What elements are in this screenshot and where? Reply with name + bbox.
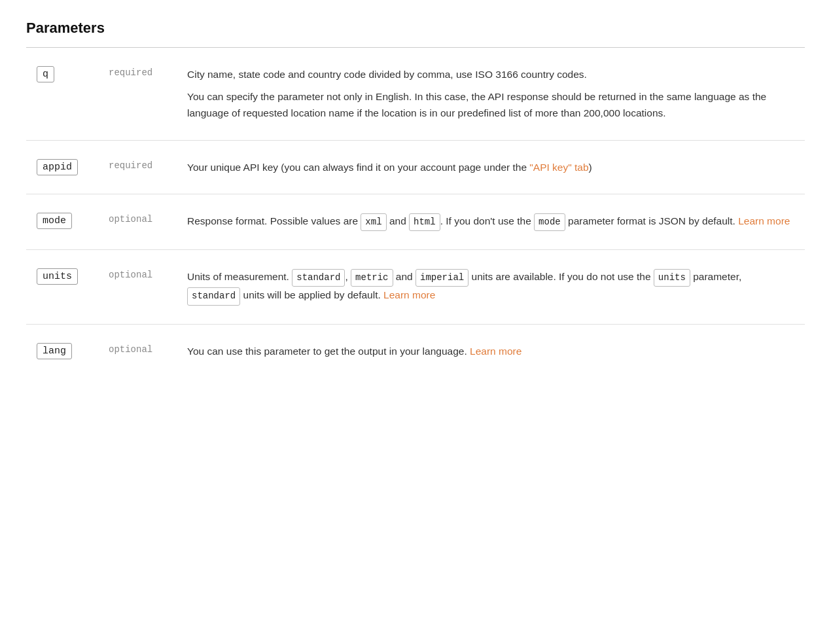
inline-code-mode: mode bbox=[534, 213, 565, 231]
param-row-mode: mode optional Response format. Possible … bbox=[26, 194, 805, 250]
param-name-cell-mode: mode bbox=[26, 194, 98, 250]
param-row-appid: appid required Your unique API key (you … bbox=[26, 140, 805, 194]
param-type-lang: optional bbox=[109, 344, 152, 355]
parameters-table: q required City name, state code and cou… bbox=[26, 48, 805, 378]
inline-code-standard-2: standard bbox=[187, 287, 240, 305]
param-desc-q-p1: City name, state code and country code d… bbox=[187, 66, 794, 83]
param-desc-lang-p1: You can use this parameter to get the ou… bbox=[187, 343, 794, 360]
param-desc-units-p1: Units of measurement. standard, metric a… bbox=[187, 268, 794, 305]
param-desc-q-p2: You can specify the parameter not only i… bbox=[187, 88, 794, 122]
param-desc-lang: You can use this parameter to get the ou… bbox=[177, 324, 805, 378]
inline-code-html: html bbox=[409, 213, 440, 231]
param-name-cell-units: units bbox=[26, 250, 98, 324]
param-type-units: optional bbox=[109, 270, 152, 280]
param-badge-units: units bbox=[37, 268, 78, 285]
param-row-units: units optional Units of measurement. sta… bbox=[26, 250, 805, 324]
param-row-q: q required City name, state code and cou… bbox=[26, 48, 805, 140]
param-type-cell-lang: optional bbox=[98, 324, 177, 378]
inline-code-imperial: imperial bbox=[416, 269, 469, 287]
param-type-mode: optional bbox=[109, 214, 152, 224]
param-desc-mode: Response format. Possible values are xml… bbox=[177, 194, 805, 250]
param-badge-mode: mode bbox=[37, 213, 72, 229]
param-desc-mode-p1: Response format. Possible values are xml… bbox=[187, 213, 794, 231]
param-desc-appid: Your unique API key (you can always find… bbox=[177, 140, 805, 194]
param-desc-units: Units of measurement. standard, metric a… bbox=[177, 250, 805, 324]
inline-code-units: units bbox=[654, 269, 690, 287]
api-key-tab-link[interactable]: "API key" tab bbox=[529, 162, 588, 173]
inline-code-xml: xml bbox=[361, 213, 386, 231]
param-type-appid: required bbox=[109, 160, 152, 171]
param-desc-appid-p1: Your unique API key (you can always find… bbox=[187, 159, 794, 176]
param-type-q: required bbox=[109, 67, 152, 78]
param-type-cell-mode: optional bbox=[98, 194, 177, 250]
page-title: Parameters bbox=[26, 20, 805, 37]
param-type-cell-units: optional bbox=[98, 250, 177, 324]
param-desc-q: City name, state code and country code d… bbox=[177, 48, 805, 140]
param-badge-q: q bbox=[37, 66, 54, 82]
units-learn-more-link[interactable]: Learn more bbox=[383, 289, 435, 300]
inline-code-standard: standard bbox=[292, 269, 345, 287]
lang-learn-more-link[interactable]: Learn more bbox=[470, 346, 522, 357]
param-badge-lang: lang bbox=[37, 343, 72, 359]
param-type-cell-q: required bbox=[98, 48, 177, 140]
param-type-cell-appid: required bbox=[98, 140, 177, 194]
mode-learn-more-link[interactable]: Learn more bbox=[738, 215, 790, 226]
param-row-lang: lang optional You can use this parameter… bbox=[26, 324, 805, 378]
param-name-cell-lang: lang bbox=[26, 324, 98, 378]
param-badge-appid: appid bbox=[37, 159, 78, 175]
param-name-cell-appid: appid bbox=[26, 140, 98, 194]
inline-code-metric: metric bbox=[351, 269, 393, 287]
param-name-cell-q: q bbox=[26, 48, 98, 140]
